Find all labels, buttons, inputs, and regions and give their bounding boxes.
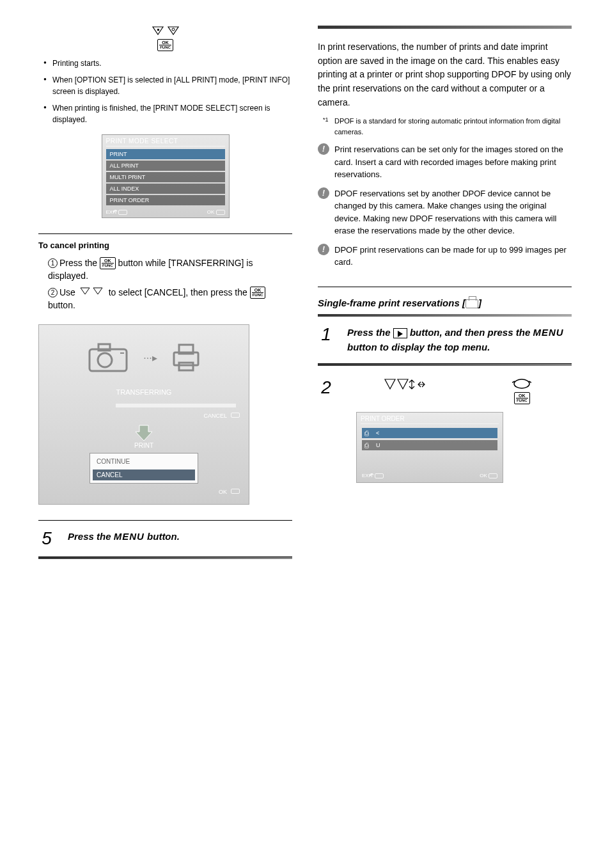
all-print-icon: ⎙ xyxy=(364,441,369,449)
cancel-heading: To cancel printing xyxy=(38,241,292,250)
progress-bar xyxy=(116,404,236,407)
arrows-vert-icon xyxy=(146,29,185,39)
playback-button-icon xyxy=(393,328,407,338)
dial-icon xyxy=(512,383,531,392)
warning-icon: ! xyxy=(318,187,329,199)
step-1-desc: Press the button, and then press the MEN… xyxy=(347,326,572,354)
camera-icon xyxy=(86,340,130,375)
circled-1-icon: 1 xyxy=(48,258,58,268)
cancel-label: CANCEL xyxy=(203,413,227,419)
left-column: OKFUNC Printing starts. When [OPTION SET… xyxy=(38,26,292,559)
step-5-num: 5 xyxy=(38,530,55,548)
warning-1: ! Print reservations can be set only for… xyxy=(318,143,572,181)
ok-func-button-icon: OKFUNC xyxy=(157,39,173,51)
svg-point-3 xyxy=(98,353,112,367)
svg-point-0 xyxy=(172,28,175,31)
back-icon xyxy=(375,473,384,478)
ok-label: OK xyxy=(219,489,227,495)
printer-icon xyxy=(170,341,202,375)
arrows-4way-icon xyxy=(381,384,426,393)
ok-func-icon-3: OKFUNC xyxy=(514,392,530,404)
cancel-step-1: 1Press the OKFUNC button while [TRANSFER… xyxy=(48,256,292,282)
lcd-order-ok: OK xyxy=(480,473,497,478)
warning-icon: ! xyxy=(318,244,329,255)
step-5-desc: Press the MENU button. xyxy=(68,530,292,544)
down-arrow-icon xyxy=(134,423,153,442)
lcd-order-title: PRINT ORDER xyxy=(357,413,503,423)
lcd-row-multi: MULTI PRINT xyxy=(106,172,225,182)
back-btn-icon xyxy=(118,210,127,215)
opt-cancel: CANCEL xyxy=(93,470,195,480)
step-2-num: 2 xyxy=(318,377,334,398)
lcd-print-mode: PRINT MODE SELECT PRINT ALL PRINT MULTI … xyxy=(102,134,230,218)
ok-func-icon-2: OKFUNC xyxy=(250,287,266,299)
ok-func-icon: OKFUNC xyxy=(100,257,116,269)
step-1: 1 Press the button, and then press the M… xyxy=(318,326,572,354)
transferring-label: TRANSFERRING xyxy=(39,388,249,396)
lcd-row-print: PRINT xyxy=(106,149,225,159)
svg-rect-1 xyxy=(157,29,159,31)
right-column: In print reservations, the number of pri… xyxy=(318,26,572,559)
bullet-3: When printing is finished, the [PRINT MO… xyxy=(43,102,292,125)
step-2: 2 OKFUNC xyxy=(318,377,572,404)
opt-single: ⎙< xyxy=(362,428,497,438)
print-order-icon xyxy=(465,299,478,308)
footnote: *1 DPOF is a standard for storing automa… xyxy=(318,116,572,137)
ok-btn-icon xyxy=(231,413,240,418)
svg-rect-4 xyxy=(98,344,110,351)
ok-btn-icon-2 xyxy=(231,489,240,494)
footnote-sup: *1 xyxy=(323,116,329,125)
lcd-title: PRINT MODE SELECT xyxy=(102,135,229,146)
cancel-step-2: 2Use to select [CANCEL], then press the … xyxy=(48,286,292,312)
single-print-icon: ⎙ xyxy=(364,429,369,437)
ok-icon xyxy=(489,473,497,478)
lcd-exit: EXIT xyxy=(106,209,128,215)
step-5: 5 Press the MENU button. xyxy=(38,530,292,548)
opt-all: ⎙U xyxy=(362,440,497,450)
ok-btn-icon xyxy=(216,210,225,215)
single-frame-heading: Single-frame print reservations [] xyxy=(318,296,572,311)
circled-2-icon: 2 xyxy=(48,288,58,297)
lcd-transferring: ···▸ TRANSFERRING CANCEL PRINT CONTINUE … xyxy=(38,324,249,505)
svg-rect-7 xyxy=(179,363,193,370)
warning-3: ! DPOF print reservations can be made fo… xyxy=(318,244,572,269)
warning-2: ! DPOF reservations set by another DPOF … xyxy=(318,187,572,237)
reservation-para: In print reservations, the number of pri… xyxy=(318,40,572,109)
bullet-2: When [OPTION SET] is selected in [ALL PR… xyxy=(43,74,292,97)
lcd-row-allprint: ALL PRINT xyxy=(106,161,225,171)
lcd-order-exit: EXIT xyxy=(362,473,384,478)
bullet-list: Printing starts. When [OPTION SET] is se… xyxy=(38,58,292,125)
svg-point-8 xyxy=(514,379,529,388)
lcd-print-order: PRINT ORDER ⎙< ⎙U EXIT OK xyxy=(356,412,503,483)
bullet-1: Printing starts. xyxy=(43,58,292,69)
lcd-ok: OK xyxy=(207,209,225,215)
popup: CONTINUE CANCEL xyxy=(90,453,198,484)
arrows-icon xyxy=(78,287,106,299)
arrow-to-icon: ···▸ xyxy=(143,352,157,364)
lcd-row-allindex: ALL INDEX xyxy=(106,184,225,194)
popup-title: PRINT xyxy=(39,442,249,449)
lcd-row-order: PRINT ORDER xyxy=(106,195,225,205)
step-1-num: 1 xyxy=(318,326,334,343)
opt-continue: CONTINUE xyxy=(93,456,195,467)
warning-icon: ! xyxy=(318,143,329,155)
footnote-text: DPOF is a standard for storing automatic… xyxy=(334,117,560,136)
